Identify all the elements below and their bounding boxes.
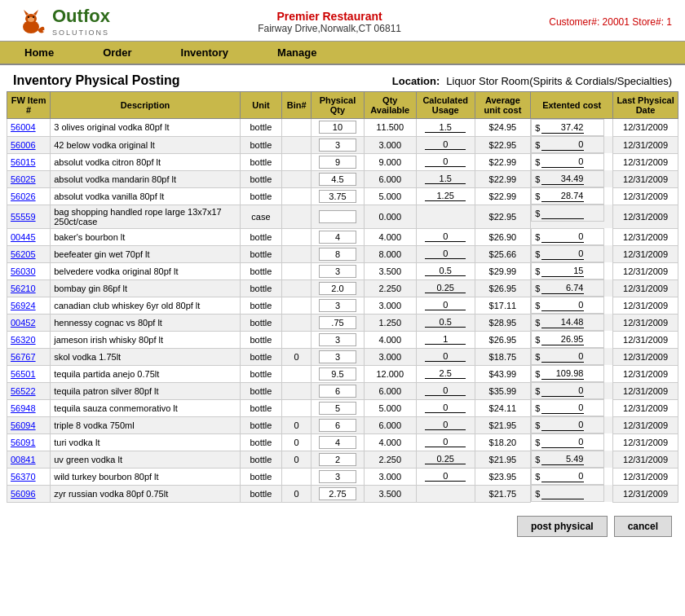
phyqty-input[interactable] [319, 350, 356, 363]
cell-extcost[interactable]: $ [531, 382, 604, 399]
item-link[interactable]: 56924 [11, 301, 36, 310]
extcost-input[interactable] [541, 333, 584, 345]
item-link[interactable]: 56096 [11, 489, 36, 499]
item-link[interactable]: 56522 [11, 386, 36, 396]
calcusage-input[interactable] [425, 403, 466, 413]
item-link[interactable]: 56030 [11, 266, 36, 276]
cell-phyqty[interactable] [312, 468, 364, 485]
cell-extcost[interactable]: $ [531, 119, 604, 136]
item-link[interactable]: 56205 [11, 249, 36, 259]
phyqty-input[interactable] [319, 156, 356, 169]
extcost-input[interactable] [541, 402, 584, 414]
extcost-input[interactable] [541, 453, 584, 465]
phyqty-input[interactable] [319, 470, 356, 483]
cell-extcost[interactable]: $ [531, 153, 604, 170]
extcost-input[interactable] [541, 156, 584, 168]
calcusage-input[interactable] [425, 368, 466, 379]
cell-phyqty[interactable] [312, 170, 364, 187]
extcost-input[interactable] [541, 248, 584, 260]
cell-phyqty[interactable] [312, 279, 364, 297]
extcost-input[interactable] [541, 299, 584, 311]
extcost-input[interactable] [541, 436, 584, 448]
calcusage-input[interactable] [425, 420, 466, 430]
cell-extcost[interactable]: $ [531, 348, 604, 365]
cell-extcost[interactable]: $ [531, 262, 604, 279]
calcusage-input[interactable] [425, 437, 466, 447]
cell-phyqty[interactable] [312, 205, 364, 228]
cell-extcost[interactable]: $ [531, 365, 604, 382]
item-link[interactable]: 56026 [11, 191, 36, 201]
item-link[interactable]: 56004 [11, 122, 36, 132]
phyqty-input[interactable] [319, 299, 356, 312]
extcost-input[interactable] [541, 282, 584, 294]
nav-order[interactable]: Order [78, 42, 156, 64]
cell-phyqty[interactable] [312, 187, 364, 205]
post-physical-button[interactable]: post physical [517, 516, 608, 537]
extcost-input[interactable] [541, 265, 584, 277]
calcusage-input[interactable] [425, 122, 466, 133]
cell-phyqty[interactable] [312, 399, 364, 416]
cell-phyqty[interactable] [312, 245, 364, 262]
item-link[interactable]: 56948 [11, 403, 36, 413]
calcusage-input[interactable] [425, 191, 466, 201]
item-link[interactable]: 55559 [11, 212, 36, 222]
extcost-input[interactable] [541, 419, 584, 431]
extcost-input[interactable] [541, 173, 584, 185]
calcusage-input[interactable] [425, 317, 466, 328]
item-link[interactable]: 56091 [11, 438, 36, 447]
cell-phyqty[interactable] [312, 485, 364, 502]
item-link[interactable]: 00452 [11, 318, 36, 328]
extcost-input[interactable] [541, 139, 584, 151]
extcost-input[interactable] [541, 350, 584, 363]
cell-extcost[interactable]: $ [531, 485, 604, 502]
item-link[interactable]: 56006 [11, 140, 36, 150]
cell-extcost[interactable]: $ [531, 170, 604, 187]
phyqty-input[interactable] [319, 231, 356, 244]
phyqty-input[interactable] [319, 367, 356, 381]
cell-phyqty[interactable] [312, 365, 364, 382]
item-link[interactable]: 56370 [11, 472, 36, 482]
nav-manage[interactable]: Manage [253, 42, 341, 64]
calcusage-input[interactable] [425, 266, 466, 276]
phyqty-input[interactable] [319, 436, 356, 449]
item-link[interactable]: 56015 [11, 157, 36, 167]
cell-phyqty[interactable] [312, 314, 364, 331]
calcusage-input[interactable] [425, 174, 466, 184]
calcusage-input[interactable] [425, 249, 466, 259]
item-link[interactable]: 56320 [11, 335, 36, 345]
calcusage-input[interactable] [425, 351, 466, 362]
item-link[interactable]: 56501 [11, 369, 36, 379]
nav-home[interactable]: Home [0, 42, 78, 64]
cell-extcost[interactable]: $ [531, 331, 604, 348]
extcost-input[interactable] [541, 207, 584, 219]
calcusage-input[interactable] [425, 231, 466, 242]
cell-phyqty[interactable] [312, 153, 364, 170]
phyqty-input[interactable] [319, 139, 356, 152]
extcost-input[interactable] [541, 470, 584, 482]
phyqty-input[interactable] [319, 402, 356, 415]
phyqty-input[interactable] [319, 265, 356, 278]
cell-extcost[interactable]: $ [531, 314, 604, 331]
phyqty-input[interactable] [319, 487, 356, 500]
nav-inventory[interactable]: Inventory [157, 42, 254, 64]
phyqty-input[interactable] [319, 316, 356, 329]
extcost-input[interactable] [541, 190, 584, 202]
phyqty-input[interactable] [319, 190, 356, 203]
extcost-input[interactable] [541, 121, 584, 134]
calcusage-input[interactable] [425, 334, 466, 345]
cell-extcost[interactable]: $ [531, 279, 604, 297]
cell-extcost[interactable]: $ [531, 433, 604, 451]
calcusage-input[interactable] [425, 385, 466, 396]
cell-phyqty[interactable] [312, 136, 364, 153]
cell-phyqty[interactable] [312, 348, 364, 365]
extcost-input[interactable] [541, 316, 584, 328]
phyqty-input[interactable] [319, 121, 356, 134]
cell-extcost[interactable]: $ [531, 451, 604, 468]
cell-phyqty[interactable] [312, 228, 364, 245]
extcost-input[interactable] [541, 367, 584, 380]
cell-phyqty[interactable] [312, 262, 364, 279]
cell-phyqty[interactable] [312, 433, 364, 451]
cell-phyqty[interactable] [312, 119, 364, 137]
cell-phyqty[interactable] [312, 297, 364, 314]
phyqty-input[interactable] [319, 248, 356, 261]
